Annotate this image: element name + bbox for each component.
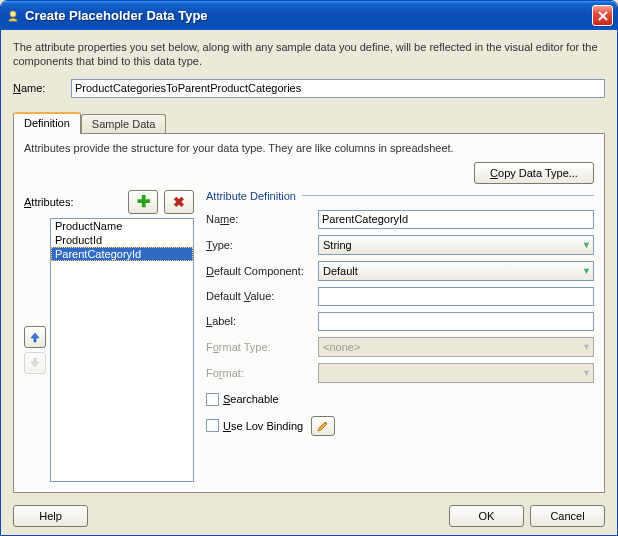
copy-data-type-button[interactable]: Copy Data Type... <box>474 162 594 184</box>
pencil-icon <box>316 419 330 433</box>
delete-attribute-button[interactable]: ✖ <box>164 190 194 214</box>
attr-type-label: Type: <box>206 239 314 251</box>
format-type-select: <none> ▼ <box>318 337 594 357</box>
default-component-label: Default Component: <box>206 265 314 277</box>
tab-sample-data[interactable]: Sample Data <box>81 114 167 133</box>
svg-point-0 <box>10 11 16 17</box>
list-item[interactable]: ProductId <box>51 233 193 247</box>
ok-button[interactable]: OK <box>449 505 524 527</box>
data-type-name-input[interactable] <box>71 79 605 98</box>
attributes-list[interactable]: ProductName ProductId ParentCategoryId <box>50 218 194 482</box>
attributes-label: Attributes: <box>24 196 74 208</box>
tabs: Definition Sample Data <box>13 112 605 134</box>
tab-panel-definition: Attributes provide the structure for you… <box>13 134 605 493</box>
edit-lov-button[interactable] <box>311 416 335 436</box>
arrow-up-icon <box>29 331 41 343</box>
format-select: ▼ <box>318 363 594 383</box>
move-down-button[interactable] <box>24 352 46 374</box>
default-value-label: Default Value: <box>206 290 314 302</box>
dialog-intro: The attribute properties you set below, … <box>13 40 605 69</box>
chevron-down-icon: ▼ <box>582 240 591 250</box>
chevron-down-icon: ▼ <box>582 266 591 276</box>
attr-type-select[interactable]: String ▼ <box>318 235 594 255</box>
list-item[interactable]: ProductName <box>51 219 193 233</box>
attr-type-value: String <box>323 239 352 251</box>
add-attribute-button[interactable]: ✚ <box>128 190 158 214</box>
tab-definition[interactable]: Definition <box>13 112 81 134</box>
label-input[interactable] <box>318 312 594 331</box>
use-lov-checkbox[interactable] <box>206 419 219 432</box>
delete-icon: ✖ <box>173 194 185 210</box>
help-button[interactable]: Help <box>13 505 88 527</box>
list-item[interactable]: ParentCategoryId <box>51 247 193 261</box>
use-lov-label: Use Lov Binding <box>223 420 303 432</box>
arrow-down-icon <box>29 357 41 369</box>
default-component-select[interactable]: Default ▼ <box>318 261 594 281</box>
default-component-value: Default <box>323 265 358 277</box>
default-value-input[interactable] <box>318 287 594 306</box>
tab-intro: Attributes provide the structure for you… <box>24 142 594 154</box>
plus-icon: ✚ <box>137 192 150 211</box>
window-title: Create Placeholder Data Type <box>25 8 592 23</box>
chevron-down-icon: ▼ <box>582 368 591 378</box>
section-title-text: Attribute Definition <box>206 190 296 202</box>
close-icon <box>598 11 608 21</box>
chevron-down-icon: ▼ <box>582 342 591 352</box>
close-button[interactable] <box>592 5 613 26</box>
titlebar[interactable]: Create Placeholder Data Type <box>1 1 617 30</box>
attribute-definition-section: Attribute Definition <box>206 190 594 202</box>
name-label: Name: <box>13 82 71 94</box>
format-label: Format: <box>206 367 314 379</box>
label-label: Label: <box>206 315 314 327</box>
searchable-label: Searchable <box>223 393 279 405</box>
attr-name-label: Name: <box>206 213 314 225</box>
searchable-checkbox[interactable] <box>206 393 219 406</box>
cancel-button[interactable]: Cancel <box>530 505 605 527</box>
format-type-value: <none> <box>323 341 360 353</box>
format-type-label: Format Type: <box>206 341 314 353</box>
app-icon <box>5 8 21 24</box>
move-up-button[interactable] <box>24 326 46 348</box>
attr-name-input[interactable] <box>318 210 594 229</box>
